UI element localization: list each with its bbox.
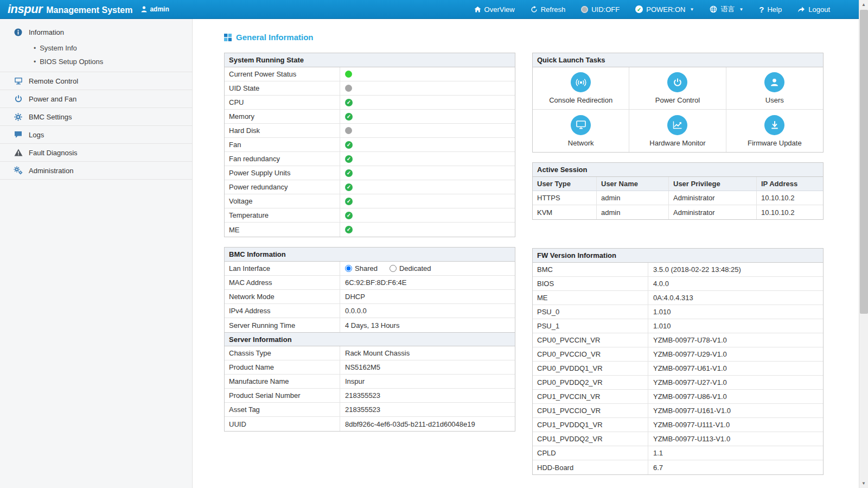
info-row-value: NS5162M5: [340, 360, 380, 374]
info-row-label: MAC Address: [225, 276, 340, 289]
quick-launch-console-redirection[interactable]: Console Redirection: [533, 67, 629, 110]
cell-user-privilege: Administrator: [669, 191, 757, 205]
quick-launch-network[interactable]: Network: [533, 110, 629, 152]
status-row-label: Power redundancy: [225, 180, 340, 194]
page-title-text: General Information: [236, 33, 314, 42]
hardware-monitor-icon: [667, 115, 687, 135]
nav-uid[interactable]: UID:OFF: [581, 5, 620, 14]
status-row-label: CPU: [225, 96, 340, 109]
info-row-value: YZMB-00977-U27-V1.0: [648, 376, 727, 389]
lan-shared-option[interactable]: Shared: [345, 264, 378, 272]
info-row: PSU_1 1.010: [533, 319, 823, 333]
quick-launch-firmware-update[interactable]: Firmware Update: [726, 110, 823, 152]
info-row-value: 1.010: [648, 305, 671, 319]
uid-status-icon: [581, 6, 588, 13]
info-row: ME 0A:4.0.4.313: [533, 291, 823, 305]
info-row: CPU1_PVDDQ2_VR YZMB-00977-U113-V1.0: [533, 432, 823, 446]
active-session-rows: HTTPS admin Administrator 10.10.10.2 KVM…: [533, 191, 823, 219]
warning-icon: [14, 149, 23, 156]
info-row-value: 218355523: [340, 403, 380, 416]
sidebar-item-power-and-fan[interactable]: Power and Fan: [0, 90, 192, 108]
page-title: General Information: [224, 33, 868, 42]
nav-refresh[interactable]: Refresh: [531, 5, 566, 14]
bmc-info-rows: MAC Address 6C:92:BF:8D:F6:4E Network Mo…: [225, 276, 515, 332]
info-row-value: 1.1: [648, 446, 663, 460]
lan-interface-options: Shared Dedicated: [340, 262, 431, 275]
info-row: Product Serial Number 218355523: [225, 389, 515, 403]
quick-launch-label: Users: [765, 96, 784, 104]
quick-launch-label: Firmware Update: [748, 139, 802, 147]
info-row-value: 1.010: [648, 319, 671, 333]
user-name: admin: [150, 5, 169, 13]
sidebar-item-system-info[interactable]: • System Info: [0, 41, 192, 55]
info-row: CPLD 1.1: [533, 446, 823, 460]
info-row: Chassis Type Rack Mount Chassis: [225, 346, 515, 360]
sidebar-item-logs[interactable]: Logs: [0, 126, 192, 144]
sidebar-item-bios-setup-options[interactable]: • BIOS Setup Options: [0, 55, 192, 68]
info-icon: [14, 28, 23, 36]
refresh-icon: [531, 6, 538, 13]
nav-refresh-label: Refresh: [541, 5, 566, 14]
quick-launch-hardware-monitor[interactable]: Hardware Monitor: [629, 110, 726, 152]
sidebar-item-fault-diagnosis[interactable]: Fault Diagnosis: [0, 144, 192, 162]
nav-language[interactable]: 语言 ▼: [710, 4, 743, 14]
info-row: Manufacture Name Inspur: [225, 375, 515, 389]
status-row: Memory: [225, 110, 515, 124]
scrollbar-thumb[interactable]: [860, 10, 868, 314]
status-row: Fan redundancy: [225, 152, 515, 166]
section-title: BMC Information: [225, 248, 515, 262]
status-row: Voltage: [225, 194, 515, 208]
scroll-down-arrow[interactable]: ▼: [859, 479, 868, 488]
status-row-label: Fan: [225, 138, 340, 151]
info-row: CPU1_PVDDQ1_VR YZMB-00977-U111-V1.0: [533, 418, 823, 432]
info-row-label: PSU_1: [533, 319, 648, 333]
lan-dedicated-option[interactable]: Dedicated: [390, 264, 431, 272]
info-row-label: CPU1_PVDDQ2_VR: [533, 432, 648, 446]
status-row-value: [340, 124, 352, 137]
nav-power[interactable]: ✓ POWER:ON ▼: [635, 5, 694, 14]
sidebar-item-remote-control[interactable]: Remote Control: [0, 72, 192, 90]
status-row-label: Temperature: [225, 208, 340, 222]
scroll-up-arrow[interactable]: ▲: [859, 0, 868, 9]
sidebar-item-administration[interactable]: Administration: [0, 162, 192, 180]
info-row-value: YZMB-00977-U86-V1.0: [648, 390, 727, 403]
info-row: Network Mode DHCP: [225, 290, 515, 304]
sidebar-item-bmc-settings[interactable]: BMC Settings: [0, 108, 192, 126]
quick-launch-users[interactable]: Users: [726, 67, 823, 110]
top-header: inspur Management System admin OverView …: [0, 0, 868, 19]
app-title: Management System: [46, 5, 132, 15]
sidebar-subitem-label: BIOS Setup Options: [40, 58, 103, 66]
lan-shared-radio[interactable]: [345, 265, 352, 272]
help-icon: ?: [759, 5, 764, 14]
status-icon: [345, 183, 353, 191]
info-row: IPv4 Address 0.0.0.0: [225, 304, 515, 318]
status-row-value: [340, 223, 353, 237]
info-row-label: CPU0_PVCCIO_VR: [533, 347, 648, 361]
inspur-logo: inspur Management System: [8, 2, 132, 16]
info-row-value: YZMB-00977-U113-V1.0: [648, 432, 730, 446]
status-row: Temperature: [225, 208, 515, 223]
nav-overview[interactable]: OverView: [474, 5, 515, 14]
quick-launch-power-control[interactable]: Power Control: [629, 67, 726, 110]
sidebar-item-label: BMC Settings: [29, 113, 72, 121]
section-title: System Running State: [225, 53, 515, 67]
info-row-label: HDD-Board: [533, 460, 648, 474]
info-row: Asset Tag 218355523: [225, 403, 515, 417]
info-row: BIOS 4.0.0: [533, 277, 823, 291]
info-row-label: ME: [533, 291, 648, 305]
bullet-icon: •: [34, 58, 36, 66]
sidebar-item-label: Logs: [29, 131, 44, 139]
nav-help-label: Help: [767, 5, 782, 14]
info-row: CPU0_PVCCIO_VR YZMB-00977-U29-V1.0: [533, 347, 823, 362]
logo-text: inspur: [8, 2, 42, 16]
status-row-value: [340, 96, 353, 109]
sidebar-item-label: Remote Control: [29, 77, 78, 85]
nav-logout[interactable]: Logout: [797, 5, 830, 14]
lan-dedicated-radio[interactable]: [390, 265, 397, 272]
vertical-scrollbar[interactable]: ▲ ▼: [859, 0, 868, 488]
sidebar-item-information[interactable]: Information: [0, 23, 192, 41]
nav-help[interactable]: ? Help: [759, 5, 782, 14]
cell-user-name: admin: [597, 191, 669, 205]
sidebar-subitem-label: System Info: [40, 44, 77, 52]
status-icon: [345, 71, 352, 78]
